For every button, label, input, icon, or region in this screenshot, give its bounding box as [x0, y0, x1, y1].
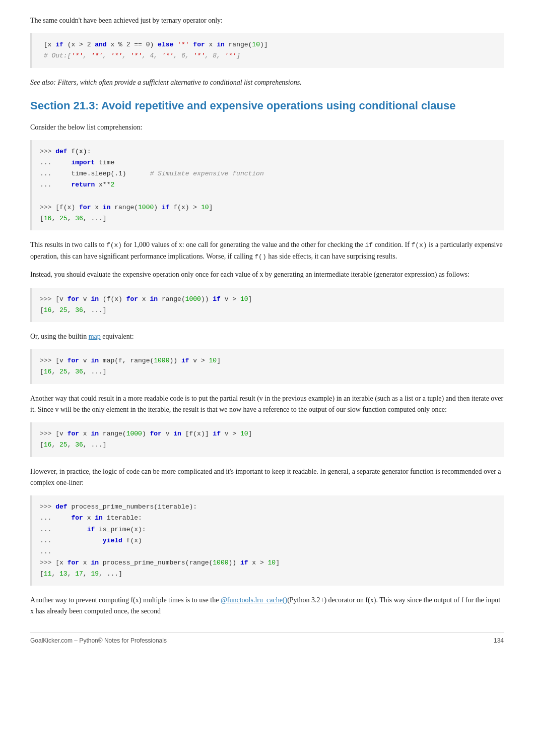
- italic-note: See also: Filters, which often provide a…: [30, 77, 504, 88]
- code-output-1: # Out:['*', '*', '*', '*', 4, '*', 6, '*…: [40, 52, 240, 59]
- footer: GoalKicker.com – Python® Notes for Profe…: [30, 633, 504, 644]
- code-line-1: [x if (x > 2 and x % 2 == 0) else '*' fo…: [40, 41, 268, 48]
- code-block-6: >>> def process_prime_numbers(iterable):…: [30, 495, 504, 586]
- paragraph-2: Instead, you should evaluate the expensi…: [30, 269, 504, 280]
- paragraph-3: Another way that could result in a more …: [30, 393, 504, 416]
- page-content: The same couldn't have been achieved jus…: [30, 15, 504, 644]
- consider-paragraph: Consider the below list comprehension:: [30, 122, 504, 133]
- builtin-text-before: Or, using the builtin: [30, 333, 89, 340]
- code-block-3: >>> [v for v in (f(x) for x in range(100…: [30, 288, 504, 322]
- paragraph-4: However, in practice, the logic of code …: [30, 466, 504, 489]
- builtin-text-after: equivalent:: [101, 333, 134, 340]
- builtin-paragraph: Or, using the builtin map equivalent:: [30, 331, 504, 342]
- map-link[interactable]: map: [89, 333, 101, 340]
- para5-before: Another way to prevent computing f(x) mu…: [30, 596, 221, 604]
- intro-paragraph: The same couldn't have been achieved jus…: [30, 15, 504, 26]
- code-block-4: >>> [v for v in map(f, range(1000)) if v…: [30, 349, 504, 384]
- paragraph-5: Another way to prevent computing f(x) mu…: [30, 595, 504, 617]
- footer-left: GoalKicker.com – Python® Notes for Profe…: [30, 637, 167, 644]
- code-block-5: >>> [v for x in range(1000) for v in [f(…: [30, 422, 504, 457]
- functools-link[interactable]: @functools.lru_cache(): [221, 596, 287, 604]
- code-block-2: >>> def f(x): ... import time ... time.s…: [30, 140, 504, 230]
- paragraph-1: This results in two calls to f(x) for 1,…: [30, 239, 504, 263]
- code-block-1: [x if (x > 2 and x % 2 == 0) else '*' fo…: [30, 33, 504, 68]
- footer-right: 134: [494, 637, 504, 644]
- section-heading: Section 21.3: Avoid repetitive and expen…: [30, 98, 504, 114]
